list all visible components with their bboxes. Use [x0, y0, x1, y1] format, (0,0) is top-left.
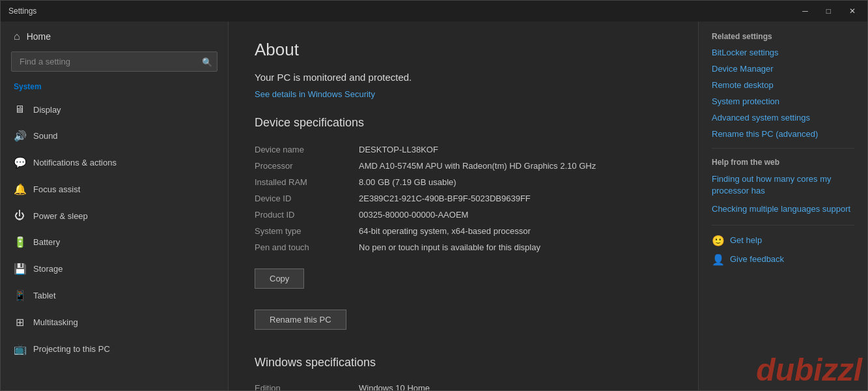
search-input[interactable]: [11, 51, 217, 72]
sidebar-item-sound[interactable]: 🔊 Sound: [1, 123, 228, 149]
system-protection-link[interactable]: System protection: [712, 96, 854, 106]
sidebar-item-battery[interactable]: 🔋 Battery: [1, 229, 228, 255]
sidebar-item-label: Multitasking: [33, 317, 78, 327]
copy-button[interactable]: Copy: [255, 268, 304, 289]
languages-help-link[interactable]: Checking multiple languages support: [712, 203, 854, 215]
display-icon: 🖥: [14, 104, 25, 115]
status-banner: Your PC is monitored and protected.: [255, 72, 672, 83]
get-help-row: 🙂 Get help: [712, 235, 854, 247]
spec-label: Installed RAM: [255, 174, 359, 190]
spec-value: 2E389C21-921C-490B-BF9F-5023DB9639FF: [359, 190, 672, 207]
spec-value: 00325-80000-00000-AAOEM: [359, 207, 672, 223]
window-title: Settings: [8, 7, 36, 16]
right-divider-2: [712, 225, 854, 225]
content-area: ⌂ Home 🔍 System 🖥 Display 🔊 Sound 💬 Noti…: [1, 22, 867, 390]
advanced-system-link[interactable]: Advanced system settings: [712, 113, 854, 123]
sidebar-item-label: Sound: [33, 131, 58, 141]
storage-icon: 💾: [14, 263, 25, 275]
table-row: Product ID00325-80000-00000-AAOEM: [255, 207, 672, 223]
watermark: dubizzl: [751, 349, 867, 390]
maximize-button[interactable]: □: [822, 5, 835, 17]
sidebar-item-notifications[interactable]: 💬 Notifications & actions: [1, 149, 228, 176]
sidebar-item-tablet[interactable]: 📱 Tablet: [1, 282, 228, 309]
titlebar: Settings ─ □ ✕: [1, 1, 867, 22]
spec-value: No pen or touch input is available for t…: [359, 239, 672, 255]
sidebar: ⌂ Home 🔍 System 🖥 Display 🔊 Sound 💬 Noti…: [1, 22, 229, 390]
projecting-icon: 📺: [14, 343, 25, 355]
sidebar-item-label: Notifications & actions: [33, 158, 117, 167]
device-section-title: Device specifications: [255, 116, 672, 130]
home-label: Home: [27, 31, 51, 42]
sidebar-item-power[interactable]: ⏻ Power & sleep: [1, 203, 228, 229]
sidebar-item-display[interactable]: 🖥 Display: [1, 96, 228, 123]
window-controls: ─ □ ✕: [798, 5, 860, 17]
get-help-icon: 🙂: [712, 235, 725, 247]
remote-desktop-link[interactable]: Remote desktop: [712, 80, 854, 90]
sidebar-item-multitasking[interactable]: ⊞ Multitasking: [1, 309, 228, 336]
spec-label: System type: [255, 223, 359, 239]
sidebar-item-label: Storage: [33, 264, 63, 274]
spec-label: Device name: [255, 141, 359, 158]
search-box: 🔍: [11, 51, 217, 72]
table-row: Device nameDESKTOP-LL38KOF: [255, 141, 672, 158]
give-feedback-row: 👤 Give feedback: [712, 253, 854, 266]
sidebar-item-projecting[interactable]: 📺 Projecting to this PC: [1, 336, 228, 362]
table-row: Device ID2E389C21-921C-490B-BF9F-5023DB9…: [255, 190, 672, 207]
spec-value: 64-bit operating system, x64-based proce…: [359, 223, 672, 239]
sound-icon: 🔊: [14, 130, 25, 142]
spec-value: Windows 10 Home: [359, 380, 672, 390]
multitasking-icon: ⊞: [14, 316, 25, 328]
windows-specs-table: EditionWindows 10 HomeVersion22H2: [255, 380, 672, 390]
sidebar-section-label: System: [1, 80, 228, 96]
rename-advanced-link[interactable]: Rename this PC (advanced): [712, 129, 854, 139]
bitlocker-link[interactable]: BitLocker settings: [712, 48, 854, 57]
sidebar-item-label: Tablet: [33, 291, 56, 300]
give-feedback-icon: 👤: [712, 253, 725, 266]
table-row: EditionWindows 10 Home: [255, 380, 672, 390]
spec-label: Device ID: [255, 190, 359, 207]
table-row: Pen and touchNo pen or touch input is av…: [255, 239, 672, 255]
home-icon: ⌂: [14, 31, 20, 42]
battery-icon: 🔋: [14, 236, 25, 248]
sidebar-item-label: Display: [33, 105, 61, 115]
sidebar-item-storage[interactable]: 💾 Storage: [1, 255, 228, 282]
spec-label: Edition: [255, 380, 359, 390]
search-icon[interactable]: 🔍: [202, 57, 212, 66]
focus-icon: 🔔: [14, 183, 25, 195]
spec-label: Product ID: [255, 207, 359, 223]
spec-label: Pen and touch: [255, 239, 359, 255]
right-panel: Related settings BitLocker settings Devi…: [698, 22, 867, 390]
spec-value: AMD A10-5745M APU with Radeon(tm) HD Gra…: [359, 158, 672, 174]
get-help-link[interactable]: Get help: [730, 235, 762, 246]
sidebar-item-label: Power & sleep: [33, 211, 88, 221]
spec-value: DESKTOP-LL38KOF: [359, 141, 672, 158]
main-content: About Your PC is monitored and protected…: [229, 22, 698, 390]
device-specs-table: Device nameDESKTOP-LL38KOFProcessorAMD A…: [255, 141, 672, 255]
settings-window: Settings ─ □ ✕ ⌂ Home 🔍 System 🖥 Display: [0, 0, 868, 391]
status-link[interactable]: See details in Windows Security: [255, 89, 375, 99]
sidebar-item-label: Focus assist: [33, 184, 80, 194]
sidebar-item-label: Battery: [33, 237, 60, 247]
cores-help-link[interactable]: Finding out how many cores my processor …: [712, 173, 854, 197]
give-feedback-link[interactable]: Give feedback: [730, 253, 784, 265]
spec-value: 8.00 GB (7.19 GB usable): [359, 174, 672, 190]
windows-section-title: Windows specifications: [255, 356, 672, 369]
spec-label: Processor: [255, 158, 359, 174]
page-title: About: [255, 40, 672, 60]
table-row: Installed RAM8.00 GB (7.19 GB usable): [255, 174, 672, 190]
sidebar-item-focus-assist[interactable]: 🔔 Focus assist: [1, 176, 228, 203]
sidebar-item-label: Projecting to this PC: [33, 344, 110, 354]
sidebar-home-item[interactable]: ⌂ Home: [1, 22, 228, 51]
right-divider: [712, 148, 854, 149]
close-button[interactable]: ✕: [845, 5, 860, 17]
device-manager-link[interactable]: Device Manager: [712, 64, 854, 74]
rename-pc-button[interactable]: Rename this PC: [255, 310, 346, 330]
table-row: System type64-bit operating system, x64-…: [255, 223, 672, 239]
power-icon: ⏻: [14, 210, 25, 222]
tablet-icon: 📱: [14, 289, 25, 302]
table-row: ProcessorAMD A10-5745M APU with Radeon(t…: [255, 158, 672, 174]
minimize-button[interactable]: ─: [798, 5, 812, 17]
related-settings-label: Related settings: [712, 32, 854, 41]
notifications-icon: 💬: [14, 156, 25, 169]
help-from-web-label: Help from the web: [712, 158, 854, 167]
